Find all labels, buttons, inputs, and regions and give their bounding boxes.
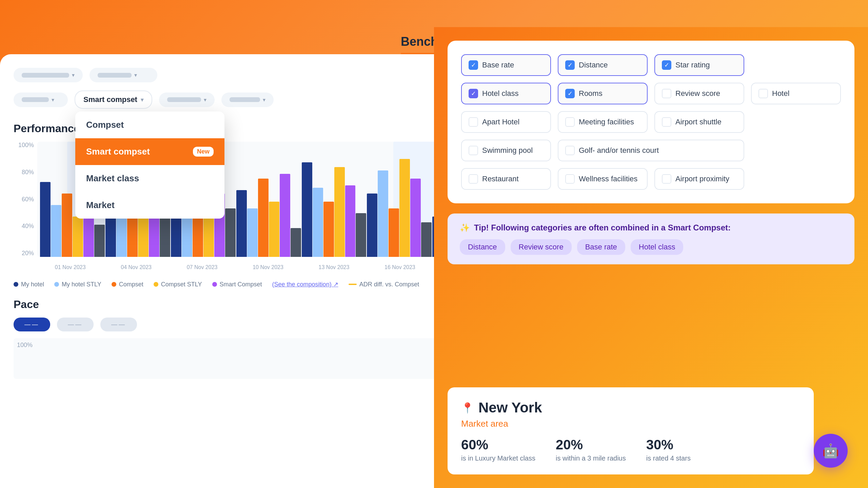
tip-tag-distance[interactable]: Distance	[460, 239, 505, 255]
filter-base-rate[interactable]: ✓ Base rate	[461, 54, 551, 76]
robot-icon: 🤖	[822, 443, 839, 459]
bar-smart-compset	[280, 174, 290, 257]
pace-legend-line-3: ——	[111, 321, 126, 328]
bar-compset-stly	[399, 159, 410, 257]
new-badge: New	[193, 147, 214, 157]
bar-compset	[323, 202, 334, 257]
filter-label-star-rating: Star rating	[675, 61, 710, 69]
dropdown-item-market[interactable]: Market	[75, 192, 224, 219]
stat-value-luxury: 60%	[461, 437, 535, 452]
date-placeholder	[22, 97, 49, 102]
stat-value-radius: 20%	[556, 437, 626, 452]
filter-checkbox-star-rating[interactable]: ✓	[662, 60, 671, 70]
tip-tag-base-rate[interactable]: Base rate	[577, 239, 625, 255]
legend-compset: Compset	[112, 281, 143, 288]
toolbar-pill-1[interactable]: ▾	[14, 68, 83, 82]
pill3-placeholder	[167, 97, 201, 102]
location-header: 📍 New York	[461, 400, 800, 416]
legend-my-hotel-stly: My hotel STLY	[54, 281, 101, 288]
legend-see-composition[interactable]: (See the composition) ↗	[272, 281, 338, 288]
location-name: New York	[478, 400, 542, 416]
tip-tag-label-base-rate: Base rate	[585, 243, 617, 251]
bar-my-hotel	[236, 190, 247, 257]
filter-wellness-facilities[interactable]: Wellness facilities	[558, 168, 648, 190]
filter-apart-hotel[interactable]: Apart Hotel	[461, 111, 551, 133]
filter-checkbox-distance[interactable]: ✓	[565, 60, 575, 70]
location-pin-icon: 📍	[461, 402, 474, 414]
filter-golf-tennis[interactable]: Golf- and/or tennis court	[558, 140, 744, 161]
pill2-placeholder	[98, 73, 132, 78]
legend-dot-my-hotel	[14, 282, 18, 287]
pace-y-label: 100%	[17, 342, 33, 349]
right-panel: ✓ Base rate ✓ Distance ✓ Star rating ✓ H…	[434, 27, 868, 488]
filter-checkbox-airport-shuttle[interactable]	[662, 117, 671, 127]
filter-checkbox-airport-proximity[interactable]	[662, 174, 671, 184]
pace-legend-item-1: ——	[14, 318, 50, 331]
toolbar-pill-3[interactable]: ▾	[159, 93, 215, 107]
bar-my-hotel-stly	[51, 205, 61, 257]
filter-checkbox-golf-tennis[interactable]	[565, 146, 575, 155]
chevron-down-icon: ▾	[52, 97, 54, 103]
filter-meeting-facilities[interactable]: Meeting facilities	[558, 111, 648, 133]
filter-airport-shuttle[interactable]: Airport shuttle	[654, 111, 744, 133]
filter-distance[interactable]: ✓ Distance	[558, 54, 648, 76]
filter-star-rating[interactable]: ✓ Star rating	[654, 54, 744, 76]
filter-checkbox-review-score[interactable]	[662, 89, 671, 98]
filter-hotel[interactable]: Hotel	[751, 83, 841, 104]
y-label-40: 40%	[22, 223, 34, 230]
bar-group-6	[367, 142, 432, 257]
filter-swimming-pool[interactable]: Swimming pool	[461, 140, 551, 161]
toolbar-pill-date[interactable]: ▾	[14, 93, 68, 107]
tip-tag-label-distance: Distance	[468, 243, 497, 251]
pace-legend-item-2: ——	[57, 318, 94, 331]
chevron-down-icon: ▾	[204, 97, 206, 103]
dropdown-item-market-class[interactable]: Market class	[75, 165, 224, 192]
tip-tag-hotel-class[interactable]: Hotel class	[631, 239, 684, 255]
dropdown-item-smart-compset[interactable]: Smart compset New	[75, 138, 224, 165]
legend-label-compset-stly: Compset STLY	[161, 281, 202, 288]
ai-fab-button[interactable]: 🤖	[814, 434, 848, 468]
y-label-80: 80%	[22, 169, 34, 176]
bar-compset-stly	[334, 167, 345, 257]
pill4-placeholder	[230, 97, 260, 102]
filter-checkbox-swimming-pool[interactable]	[469, 146, 478, 155]
filter-airport-proximity[interactable]: Airport proximity	[654, 168, 744, 190]
filter-hotel-class[interactable]: ✓ Hotel class	[461, 83, 551, 104]
smart-compset-label: Smart compset	[83, 95, 137, 104]
filter-checkbox-wellness[interactable]	[565, 174, 575, 184]
chevron-down-icon: ▾	[134, 72, 137, 78]
chart-y-labels: 100% 80% 60% 40% 20%	[14, 142, 37, 257]
stat-label-luxury: is in Luxury Market class	[461, 454, 535, 462]
filter-checkbox-hotel[interactable]	[758, 89, 768, 98]
filter-restaurant[interactable]: Restaurant	[461, 168, 551, 190]
legend-label-my-hotel: My hotel	[21, 281, 44, 288]
filter-checkbox-apart-hotel[interactable]	[469, 117, 478, 127]
location-type: Market area	[461, 419, 800, 429]
compset-dropdown-menu: Compset Smart compset New Market class M…	[75, 111, 224, 219]
dropdown-item-compset[interactable]: Compset	[75, 111, 224, 138]
filter-label-airport-shuttle: Airport shuttle	[675, 118, 722, 126]
toolbar-pill-4[interactable]: ▾	[221, 93, 274, 107]
filter-checkbox-meeting-facilities[interactable]	[565, 117, 575, 127]
legend-dot-smart-compset	[212, 282, 217, 287]
filter-checkbox-restaurant[interactable]	[469, 174, 478, 184]
legend-label-compset: Compset	[119, 281, 143, 288]
dropdown-item-label: Market class	[86, 173, 139, 184]
bar-group-5	[302, 142, 367, 257]
filter-checkbox-rooms[interactable]: ✓	[565, 89, 575, 98]
filter-label-base-rate: Base rate	[482, 61, 514, 69]
x-label-13: 13 Nov 2023	[319, 264, 350, 270]
bar-adr-diff	[225, 208, 236, 257]
tip-tag-review-score[interactable]: Review score	[511, 239, 572, 255]
x-label-01: 01 Nov 2023	[55, 264, 86, 270]
filter-rooms[interactable]: ✓ Rooms	[558, 83, 648, 104]
location-stats: 60% is in Luxury Market class 20% is wit…	[461, 437, 800, 462]
x-label-04: 04 Nov 2023	[121, 264, 152, 270]
filter-review-score[interactable]: Review score	[654, 83, 744, 104]
filter-label-distance: Distance	[579, 61, 608, 69]
smart-compset-dropdown[interactable]: Smart compset ▾ Compset Smart compset Ne…	[75, 90, 152, 109]
y-label-100: 100%	[18, 142, 34, 149]
filter-checkbox-hotel-class[interactable]: ✓	[469, 89, 478, 98]
filter-checkbox-base-rate[interactable]: ✓	[469, 60, 478, 70]
toolbar-pill-2[interactable]: ▾	[90, 68, 157, 82]
